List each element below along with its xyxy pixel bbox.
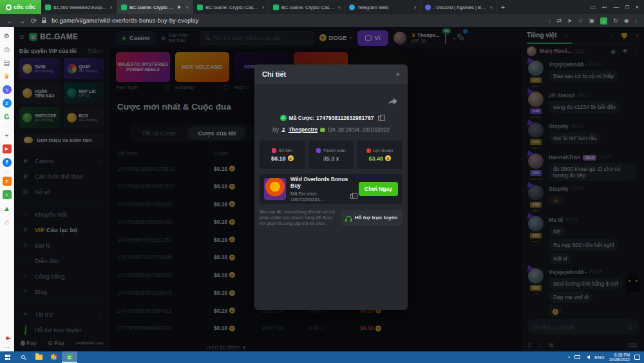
zalo-icon[interactable]: Z <box>3 99 12 108</box>
restore-tab-icon[interactable]: ↩ <box>602 4 607 10</box>
tab-telegram[interactable]: Telegram Web × <box>345 0 421 14</box>
taskbar-search-button[interactable] <box>15 351 31 363</box>
window-controls: ▭ ↩ — □ × <box>585 0 644 14</box>
sidebar-divider <box>3 126 11 126</box>
stat-amount: Số tiền $0.10Ð <box>260 141 305 169</box>
shopping-hat-icon[interactable]: ▲ <box>3 204 12 213</box>
hidden-icons-caret[interactable]: ^ <box>568 355 570 360</box>
forward-icon[interactable]: → <box>19 17 26 25</box>
youtube-icon[interactable]: ▶ <box>3 144 12 153</box>
bet-details-modal: Chi tiết × ✓ Mã Cược: 174793811263298176… <box>254 64 408 310</box>
tab-bcgame-3[interactable]: BC.Game: Crypto Casino Ga... × <box>269 0 345 14</box>
discord-favicon <box>425 5 431 10</box>
new-tab-button[interactable]: + <box>497 0 509 14</box>
downloads-tray-icon[interactable]: ↓ <box>635 17 638 24</box>
bet-datetime: 20:28:04, 28/10/2022 <box>338 126 390 133</box>
action-center-icon[interactable] <box>634 355 640 360</box>
save-page-icon[interactable]: ↓ <box>548 17 551 24</box>
file-explorer-button[interactable] <box>31 351 46 363</box>
sync-icon[interactable]: ↻ <box>613 17 618 24</box>
coccoc-taskbar-button[interactable]: C <box>62 351 77 363</box>
close-tab-icon[interactable]: × <box>109 5 113 10</box>
doge-coin-icon: Ð <box>288 155 294 161</box>
bookmark-star-icon[interactable]: ☆ <box>578 17 583 24</box>
system-tray: ^ ENG 8:28 PM10/28/2022 <box>568 353 644 362</box>
maximize-button[interactable]: □ <box>625 4 629 10</box>
live-support-button[interactable]: Hỗ trợ trực tuyến <box>341 210 402 226</box>
tab-audio-icon[interactable] <box>178 5 183 9</box>
more-options-icon[interactable]: ⋯ <box>3 342 12 351</box>
close-tab-icon[interactable]: × <box>413 5 417 10</box>
reading-list-icon[interactable]: ▤ <box>3 58 12 67</box>
browser-side-panel: ⚙ ◷ ▤ ♛ ϟ Z G + ▶ f T + ▲ ⌂ ⋯ <box>0 27 14 351</box>
history-clock-icon[interactable]: ◷ <box>3 44 12 54</box>
bcgame-favicon <box>45 5 51 10</box>
volume-icon[interactable] <box>585 355 590 359</box>
gift-icon[interactable]: + <box>3 190 12 199</box>
close-window-button[interactable]: × <box>636 4 639 10</box>
player-name-link[interactable]: Thespectre <box>289 126 317 133</box>
screen: cốc cốc $1,500 Weekend Evoplay M... × BC… <box>0 0 644 363</box>
bcgame-favicon <box>121 5 127 10</box>
hot-trends-icon[interactable]: ♛ <box>3 72 12 81</box>
coccoc-logo-icon <box>6 5 12 10</box>
telegram-favicon <box>349 5 355 10</box>
settings-gear-icon[interactable]: ⚙ <box>3 31 12 40</box>
cart-icon[interactable]: ⌂ <box>3 217 12 226</box>
chrome-icon <box>51 354 57 360</box>
webpage-viewport: ≡ B BC.GAME Đặc quyền VIP của tôi Thêm ›… <box>14 27 644 351</box>
tab-evoplay-promo[interactable]: $1,500 Weekend Evoplay M... × <box>41 0 117 14</box>
tab-discord[interactable]: - Discord | #games | BC G... × <box>421 0 497 14</box>
amount-icon <box>272 148 276 153</box>
messenger-icon[interactable]: ϟ <box>3 85 12 94</box>
game-title: Wild Overlords Bonus Buy <box>290 176 354 189</box>
tab-search-icon[interactable]: ▭ <box>590 4 596 10</box>
url-text[interactable]: bc.game/vi/game/wild-overlords-bonus-buy… <box>52 17 198 24</box>
player-icon <box>281 128 286 132</box>
copy-bet-id-icon[interactable] <box>378 116 382 121</box>
reload-icon[interactable]: ⟳ <box>31 17 37 25</box>
close-modal-icon[interactable]: × <box>396 70 400 78</box>
play-now-button[interactable]: Chơi Ngay <box>359 182 398 196</box>
close-tab-icon[interactable]: × <box>489 5 493 10</box>
tab-label: - Discord | #games | BC G... <box>433 5 487 10</box>
profit-icon <box>366 148 371 153</box>
addressbar-actions: ↓ ⇄ ➤ ☆ ▣ ↓ ↻ ◉ ↓ <box>548 17 638 25</box>
bet-id-text: Mã Cược: 1747938112632981767 <box>289 115 374 121</box>
language-indicator[interactable]: ENG <box>594 355 604 360</box>
tab-bcgame-active[interactable]: BC.Game: Crypto Casino × <box>117 0 193 14</box>
tiki-icon[interactable]: T <box>3 177 12 186</box>
brand-label: cốc cốc <box>14 4 35 10</box>
network-icon[interactable] <box>574 355 580 359</box>
windows-taskbar: C ^ ENG 8:28 PM10/28/2022 <box>0 351 644 363</box>
close-tab-icon[interactable]: × <box>337 5 341 10</box>
adblock-shield-icon[interactable]: ▣ <box>589 17 595 24</box>
stat-payout: Thanh toán 35.3 x <box>308 141 354 169</box>
tab-label: BC.Game: Crypto Casino Ga... <box>205 5 259 10</box>
headset-icon <box>346 216 352 220</box>
games-icon[interactable]: G <box>3 112 12 121</box>
modal-header: Chi tiết × <box>254 64 408 84</box>
facebook-icon[interactable]: f <box>3 158 12 167</box>
copy-game-id-icon[interactable] <box>350 194 354 199</box>
lock-icon[interactable] <box>42 20 46 23</box>
share-bet-icon[interactable] <box>388 98 397 106</box>
downloader-icon[interactable]: ↓ <box>600 17 607 25</box>
frog-badge-icon <box>320 128 325 132</box>
coccoc-brand-logo[interactable]: cốc cốc <box>0 0 41 14</box>
game-thumbnail[interactable] <box>264 178 286 200</box>
profile-icon[interactable]: ◉ <box>624 17 629 24</box>
minimize-button[interactable]: — <box>613 4 619 10</box>
add-shortcut-icon[interactable]: + <box>3 131 12 140</box>
tab-bcgame-2[interactable]: BC.Game: Crypto Casino Ga... × <box>193 0 269 14</box>
taskbar-clock[interactable]: 8:28 PM10/28/2022 <box>609 353 630 362</box>
share-icon[interactable]: ➤ <box>567 17 573 24</box>
back-icon[interactable]: ← <box>6 17 14 25</box>
chrome-button[interactable] <box>46 351 62 363</box>
bet-stats: Số tiền $0.10Ð Thanh toán 35.3 x Lợi nhu… <box>260 141 402 169</box>
start-button[interactable] <box>0 351 15 363</box>
close-tab-icon[interactable]: × <box>261 5 265 10</box>
close-tab-icon[interactable]: × <box>185 5 189 10</box>
translate-icon[interactable]: ⇄ <box>556 17 562 24</box>
tab-label: Telegram Web <box>357 5 411 10</box>
